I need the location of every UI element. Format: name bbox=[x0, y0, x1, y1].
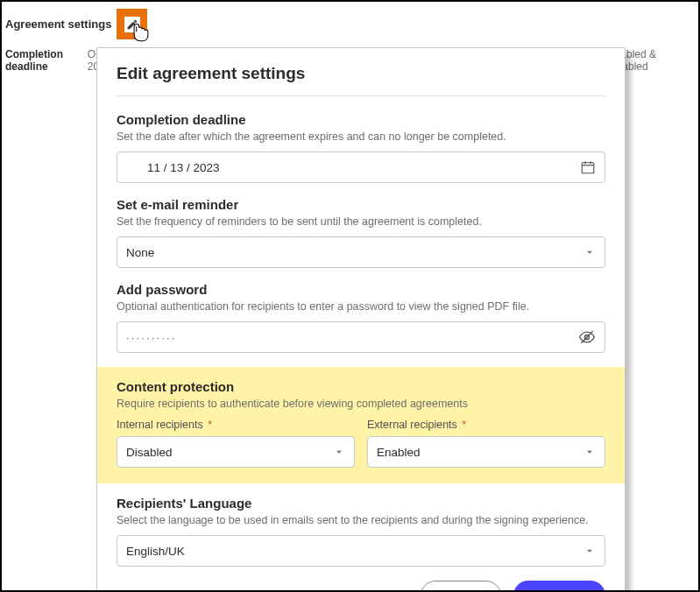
language-desc: Select the language to be used in emails… bbox=[117, 514, 605, 526]
calendar-icon[interactable] bbox=[580, 159, 596, 175]
eye-off-icon[interactable] bbox=[578, 328, 596, 346]
cursor-icon bbox=[129, 21, 153, 46]
chevron-down-icon bbox=[583, 246, 596, 258]
chevron-down-icon bbox=[583, 545, 596, 557]
content-protection-section: Content protection Require recipients to… bbox=[97, 367, 625, 483]
protection-title: Content protection bbox=[117, 379, 605, 394]
deadline-title: Completion deadline bbox=[117, 112, 605, 127]
chevron-down-icon bbox=[333, 446, 345, 458]
deadline-field[interactable]: 11 / 13 / 2023 bbox=[117, 152, 605, 183]
deadline-desc: Set the date after which the agreement e… bbox=[117, 130, 605, 143]
chevron-down-icon bbox=[583, 446, 596, 458]
internal-recipients-select[interactable]: Disabled bbox=[117, 436, 355, 468]
reminder-title: Set e-mail reminder bbox=[117, 197, 605, 212]
external-recipients-select[interactable]: Enabled bbox=[367, 436, 605, 468]
password-field[interactable]: ·········· bbox=[117, 321, 605, 353]
edit-settings-button[interactable] bbox=[117, 9, 147, 39]
reminder-desc: Set the frequency of reminders to be sen… bbox=[117, 215, 605, 228]
protection-desc: Require recipients to authenticate befor… bbox=[117, 398, 605, 410]
page-title: Agreement settings bbox=[5, 18, 111, 31]
external-recipients-label: External recipients * bbox=[367, 419, 605, 431]
password-desc: Optional authentication for recipients t… bbox=[117, 300, 605, 313]
password-value: ·········· bbox=[126, 331, 177, 344]
password-title: Add password bbox=[117, 282, 605, 297]
language-title: Recipients' Language bbox=[117, 496, 605, 511]
internal-recipients-label: Internal recipients * bbox=[117, 419, 355, 431]
summary-completion-label: Completion deadline bbox=[5, 48, 82, 73]
deadline-value: 11 / 13 / 2023 bbox=[126, 161, 220, 174]
cancel-button[interactable]: Cancel bbox=[421, 581, 501, 592]
language-value: English/UK bbox=[126, 545, 185, 558]
reminder-value: None bbox=[126, 246, 154, 259]
external-recipients-value: Enabled bbox=[377, 446, 421, 459]
internal-recipients-value: Disabled bbox=[126, 446, 173, 459]
continue-button[interactable]: Continue bbox=[513, 581, 605, 592]
language-select[interactable]: English/UK bbox=[117, 535, 605, 567]
svg-rect-0 bbox=[582, 163, 594, 173]
modal-title: Edit agreement settings bbox=[117, 64, 605, 96]
edit-settings-modal: Edit agreement settings Completion deadl… bbox=[96, 47, 626, 592]
reminder-select[interactable]: None bbox=[117, 236, 605, 268]
